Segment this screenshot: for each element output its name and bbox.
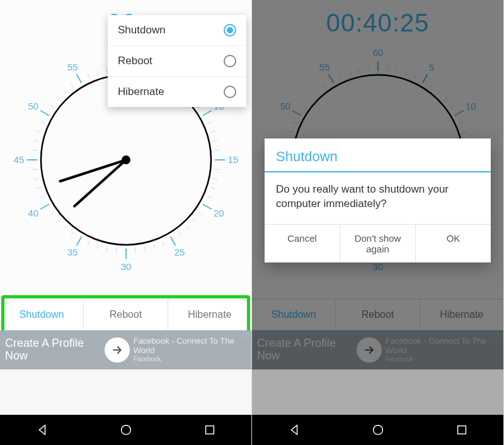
svg-line-68 — [71, 84, 74, 87]
cancel-button[interactable]: Cancel — [265, 225, 340, 262]
svg-line-25 — [207, 121, 211, 123]
svg-line-69 — [76, 74, 81, 83]
svg-text:40: 40 — [28, 208, 38, 218]
phone-right: 12% 10:31 PM WIN-INHFBAUB.. 00:40:25 605… — [252, 0, 504, 445]
svg-line-37 — [185, 226, 188, 230]
svg-line-65 — [50, 104, 54, 108]
svg-line-36 — [192, 219, 195, 222]
arrow-right-icon — [111, 344, 123, 356]
svg-text:20: 20 — [213, 208, 224, 218]
svg-line-72 — [106, 68, 108, 73]
android-nav — [0, 415, 251, 445]
svg-line-64 — [40, 111, 49, 116]
svg-line-50 — [71, 232, 74, 235]
svg-line-39 — [170, 237, 175, 245]
nav-home-icon[interactable] — [119, 423, 133, 437]
nav-recent-icon[interactable] — [455, 423, 469, 437]
svg-line-28 — [214, 150, 219, 150]
confirm-dialog: Shutdown Do you really want to shutdown … — [265, 138, 491, 262]
svg-line-31 — [212, 178, 217, 179]
ad-line: Facebook - Connect To The World — [134, 337, 246, 356]
ad-headline: Create A Profile Now — [5, 337, 101, 363]
svg-line-87 — [74, 160, 126, 206]
svg-line-46 — [106, 247, 108, 252]
svg-line-27 — [212, 140, 217, 142]
dialog-body: Do you really want to shutdown your comp… — [265, 172, 491, 224]
dont-show-button[interactable]: Don't show again — [340, 225, 416, 262]
svg-line-42 — [144, 247, 146, 252]
svg-line-48 — [88, 241, 89, 245]
svg-line-57 — [34, 178, 39, 179]
svg-text:25: 25 — [174, 247, 185, 257]
svg-rect-91 — [205, 426, 214, 434]
svg-line-30 — [214, 169, 219, 170]
tab-reboot[interactable]: Reboot — [84, 300, 168, 330]
svg-point-90 — [121, 425, 130, 435]
svg-line-66 — [56, 97, 60, 100]
ad-source: Facebook — [134, 356, 246, 363]
svg-line-56 — [37, 188, 42, 189]
tab-hibernate[interactable]: Hibernate — [168, 300, 251, 330]
svg-line-26 — [210, 131, 215, 132]
svg-text:30: 30 — [120, 261, 131, 272]
nav-home-icon[interactable] — [371, 423, 385, 437]
action-tabs: Shutdown Reboot Hibernate — [0, 299, 251, 330]
svg-line-51 — [63, 226, 66, 230]
svg-line-41 — [153, 244, 154, 249]
ok-button[interactable]: OK — [416, 225, 491, 262]
option-hibernate[interactable]: Hibernate — [108, 77, 246, 107]
svg-line-35 — [198, 212, 202, 215]
svg-line-58 — [32, 169, 37, 170]
svg-line-71 — [96, 70, 98, 76]
svg-line-63 — [40, 121, 44, 123]
screen-content: 00:40:25 60510152025303540455055 Shutdow… — [252, 0, 503, 415]
radio-icon — [224, 86, 236, 98]
svg-line-62 — [37, 131, 42, 132]
option-reboot[interactable]: Reboot — [108, 46, 246, 77]
ad-go-button[interactable] — [105, 337, 130, 363]
svg-line-43 — [135, 248, 135, 253]
svg-point-182 — [373, 425, 382, 435]
action-dropdown: Shutdown Reboot Hibernate — [108, 15, 246, 107]
nav-back-icon[interactable] — [35, 423, 49, 437]
ad-banner[interactable]: Create A Profile Now Facebook - Connect … — [0, 330, 251, 369]
radio-icon — [224, 55, 236, 67]
svg-line-49 — [76, 237, 81, 245]
svg-text:15: 15 — [227, 154, 238, 165]
nav-back-icon[interactable] — [287, 423, 301, 437]
nav-recent-icon[interactable] — [203, 423, 217, 437]
screen-content: 00: 60510152025303540455055 Shutdown Reb… — [0, 0, 251, 415]
option-shutdown[interactable]: Shutdown — [108, 15, 246, 46]
svg-line-34 — [203, 205, 212, 210]
svg-line-88 — [60, 160, 126, 181]
svg-line-60 — [32, 150, 37, 150]
svg-line-40 — [162, 241, 164, 245]
tab-shutdown[interactable]: Shutdown — [0, 300, 84, 330]
svg-text:55: 55 — [67, 62, 77, 72]
dialog-title: Shutdown — [265, 138, 491, 172]
phone-left: 13% 10:31 PM WIN-INHFBAUB.. 00: 60510152… — [0, 0, 252, 445]
radio-icon — [224, 24, 236, 37]
svg-line-32 — [210, 188, 215, 189]
svg-line-38 — [178, 232, 181, 235]
svg-text:45: 45 — [13, 154, 24, 165]
dialog-actions: Cancel Don't show again OK — [265, 224, 491, 262]
svg-line-67 — [63, 90, 66, 94]
adchoices-icon[interactable]: ⓘ — [243, 332, 249, 341]
option-label: Hibernate — [118, 86, 164, 98]
svg-point-89 — [122, 155, 130, 164]
svg-line-52 — [56, 219, 60, 222]
svg-text:50: 50 — [28, 101, 38, 111]
svg-line-24 — [203, 111, 212, 116]
svg-line-53 — [50, 212, 54, 215]
svg-text:35: 35 — [67, 247, 77, 257]
svg-line-45 — [116, 248, 117, 253]
svg-line-55 — [40, 196, 44, 198]
option-label: Reboot — [118, 55, 152, 67]
svg-line-54 — [40, 205, 49, 210]
option-label: Shutdown — [118, 24, 166, 37]
svg-line-61 — [34, 140, 39, 142]
svg-line-33 — [207, 196, 211, 198]
android-nav — [252, 415, 503, 445]
svg-line-47 — [96, 244, 98, 249]
